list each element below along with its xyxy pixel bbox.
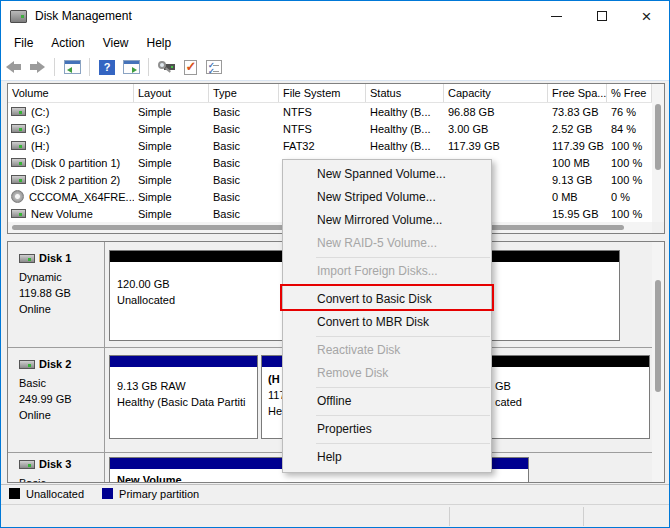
- status-bar-divider: [449, 507, 450, 526]
- column-status[interactable]: Status: [366, 84, 444, 102]
- table-row[interactable]: (C:) Simple Basic NTFS Healthy (B... 96.…: [8, 103, 652, 120]
- disk-type: Dynamic: [19, 269, 100, 285]
- caption-buttons: ×: [534, 1, 669, 31]
- maximize-button[interactable]: [579, 1, 624, 31]
- menu-bar: File Action View Help: [1, 31, 669, 54]
- cell-type: Basic: [209, 208, 279, 220]
- table-row[interactable]: (H:) Simple Basic FAT32 Healthy (B... 11…: [8, 137, 652, 154]
- close-button[interactable]: ×: [624, 1, 669, 31]
- drive-icon: [11, 124, 26, 133]
- legend-label: Unallocated: [26, 488, 84, 500]
- menu-item-new-spanned-volume[interactable]: New Spanned Volume...: [283, 163, 491, 186]
- menu-file[interactable]: File: [1, 33, 42, 53]
- forward-arrow-icon[interactable]: [25, 56, 49, 78]
- disk-management-window: Disk Management × File Action View Help …: [0, 0, 670, 528]
- column-layout[interactable]: Layout: [134, 84, 209, 102]
- window-title: Disk Management: [35, 9, 132, 23]
- drive-icon: [11, 175, 26, 184]
- menu-item-help[interactable]: Help: [283, 446, 491, 469]
- cell-layout: Simple: [134, 174, 209, 186]
- disk-icon: [19, 360, 35, 369]
- cell-layout: Simple: [134, 191, 209, 203]
- disk3-label-panel[interactable]: Disk 3 Basic: [8, 453, 105, 483]
- app-icon: [10, 10, 27, 23]
- scrollbar-thumb[interactable]: [655, 104, 661, 170]
- cell-free: 9.13 GB: [548, 174, 607, 186]
- drive-icon: [11, 158, 26, 167]
- menu-item-properties[interactable]: Properties: [283, 418, 491, 441]
- table-row[interactable]: (G:) Simple Basic NTFS Healthy (B... 3.0…: [8, 120, 652, 137]
- cell-pct-free: 76 %: [607, 106, 652, 118]
- column-free-space[interactable]: Free Spa...: [548, 84, 607, 102]
- vertical-scrollbar[interactable]: [652, 242, 664, 482]
- unallocated-swatch: [9, 488, 20, 499]
- cell-capacity: 3.00 GB: [444, 123, 548, 135]
- cell-type: Basic: [209, 191, 279, 203]
- toolbar: ? ✓ ✓✓: [1, 54, 669, 81]
- title-bar: Disk Management ×: [1, 1, 669, 31]
- drive-icon: [11, 107, 26, 116]
- volume-name: CCCOMA_X64FRE...: [29, 191, 134, 203]
- cell-status: Healthy (B...: [366, 140, 444, 152]
- vertical-scrollbar[interactable]: [652, 84, 664, 222]
- cell-fs: FAT32: [279, 140, 366, 152]
- volume-name: (Disk 2 partition 2): [31, 174, 120, 186]
- disk-status: Online: [19, 407, 100, 423]
- column-type[interactable]: Type: [209, 84, 279, 102]
- cell-type: Basic: [209, 140, 279, 152]
- properties-list-icon[interactable]: ✓✓: [202, 56, 226, 78]
- column-volume[interactable]: Volume: [8, 84, 134, 102]
- minimize-button[interactable]: [534, 1, 579, 31]
- menu-separator: [316, 257, 490, 258]
- menu-item-remove-disk: Remove Disk: [283, 362, 491, 385]
- menu-item-convert-to-mbr-disk[interactable]: Convert to MBR Disk: [283, 311, 491, 334]
- cell-type: Basic: [209, 157, 279, 169]
- menu-item-offline[interactable]: Offline: [283, 390, 491, 413]
- menu-action[interactable]: Action: [42, 33, 93, 53]
- back-arrow-icon[interactable]: [1, 56, 25, 78]
- column-file-system[interactable]: File System: [279, 84, 366, 102]
- disk-status: Online: [19, 301, 100, 317]
- menu-view[interactable]: View: [94, 33, 138, 53]
- cell-type: Basic: [209, 123, 279, 135]
- menu-item-new-striped-volume[interactable]: New Striped Volume...: [283, 186, 491, 209]
- partition-status: Healthy (Basic Data Partiti: [117, 394, 257, 410]
- cell-status: Healthy (B...: [366, 123, 444, 135]
- legend-label: Primary partition: [119, 488, 199, 500]
- cell-free: 0 MB: [548, 191, 607, 203]
- cell-fs: NTFS: [279, 123, 366, 135]
- disk2-partition-1[interactable]: 9.13 GB RAW Healthy (Basic Data Partiti: [109, 355, 258, 439]
- cell-capacity: 96.88 GB: [444, 106, 548, 118]
- volume-name: New Volume: [31, 208, 93, 220]
- disk-name: Disk 3: [39, 458, 71, 470]
- red-highlight-box: [280, 284, 494, 311]
- column-pct-free[interactable]: % Free: [607, 84, 652, 102]
- disk1-label-panel[interactable]: Disk 1 Dynamic 119.88 GB Online: [8, 242, 105, 347]
- check-document-icon[interactable]: ✓: [178, 56, 202, 78]
- scrollbar-thumb[interactable]: [655, 280, 661, 392]
- status-bar-divider: [583, 507, 584, 526]
- close-icon: ×: [642, 8, 652, 25]
- partition-status: cated: [495, 394, 649, 410]
- action-pane-icon[interactable]: [119, 56, 143, 78]
- menu-separator: [316, 387, 490, 388]
- legend-primary-partition: Primary partition: [102, 488, 199, 500]
- disk-name: Disk 2: [39, 358, 71, 370]
- disk2-label-panel[interactable]: Disk 2 Basic 249.99 GB Online: [8, 348, 105, 452]
- partition-name: New Volume: [117, 472, 528, 483]
- disk-type: Basic: [19, 475, 100, 483]
- disk-icon: [19, 254, 35, 263]
- cell-type: Basic: [209, 106, 279, 118]
- cell-free: 73.83 GB: [548, 106, 607, 118]
- primary-color-bar: [110, 356, 257, 369]
- toolbar-separator: [89, 58, 90, 76]
- menu-help[interactable]: Help: [138, 33, 181, 53]
- menu-item-new-mirrored-volume[interactable]: New Mirrored Volume...: [283, 209, 491, 232]
- disk-size: 119.88 GB: [19, 285, 100, 301]
- menu-separator: [316, 336, 490, 337]
- rescan-disks-icon[interactable]: [154, 56, 178, 78]
- help-icon[interactable]: ?: [95, 56, 119, 78]
- column-capacity[interactable]: Capacity: [444, 84, 548, 102]
- console-tree-icon[interactable]: [60, 56, 84, 78]
- cell-pct-free: 100 %: [607, 174, 652, 186]
